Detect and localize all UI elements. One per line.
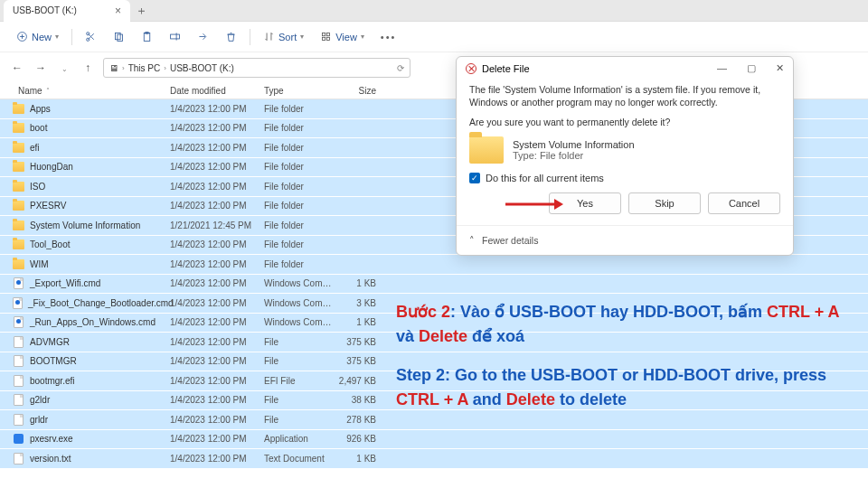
delete-circle-icon [466, 63, 476, 74]
file-name: version.txt [30, 454, 71, 464]
file-icon [14, 375, 24, 387]
folder-icon [469, 136, 504, 164]
svg-rect-10 [323, 37, 326, 40]
maximize-button[interactable]: ▢ [747, 62, 756, 74]
file-row[interactable]: version.txt1/4/2023 12:00 PMText Documen… [0, 449, 868, 469]
crumb-root[interactable]: This PC [128, 63, 161, 73]
instruction-overlay: Bước 2: Vào ổ USB-BOOT hay HDD-BOOT, bấm… [396, 300, 855, 427]
file-name: _Fix_Boot_Change_Bootloader.cmd [28, 298, 174, 308]
separator [71, 29, 72, 45]
close-button[interactable]: ✕ [776, 62, 784, 74]
skip-button[interactable]: Skip [628, 192, 701, 214]
close-tab-icon[interactable]: × [115, 5, 121, 17]
file-icon [14, 336, 24, 348]
more-button[interactable]: ••• [375, 28, 402, 46]
file-type: File [264, 415, 336, 425]
crumb-current[interactable]: USB-BOOT (K:) [170, 63, 234, 73]
cancel-button[interactable]: Cancel [708, 192, 780, 214]
file-date: 1/4/2023 12:00 PM [170, 415, 264, 425]
new-button[interactable]: New ▾ [11, 27, 64, 46]
file-date: 1/4/2023 12:00 PM [170, 239, 264, 249]
file-name: Tool_Boot [30, 239, 70, 249]
file-size: 1 KB [336, 454, 387, 464]
paste-icon [141, 31, 153, 42]
sort-icon [263, 31, 275, 42]
col-header-name[interactable]: Name ˄ [0, 86, 170, 96]
back-button[interactable]: ← [9, 61, 25, 74]
file-type: File folder [264, 162, 336, 172]
share-button[interactable] [192, 27, 214, 46]
file-date: 1/21/2021 12:45 PM [170, 221, 264, 230]
cut-icon [85, 31, 97, 42]
copy-button[interactable] [108, 27, 130, 46]
chevron-down-icon: ▾ [300, 33, 304, 41]
dialog-item-name: System Volume Information [513, 139, 635, 150]
svg-rect-8 [323, 33, 326, 35]
paste-button[interactable] [136, 27, 158, 46]
minimize-button[interactable]: — [717, 62, 727, 74]
checkbox-checked-icon[interactable]: ✓ [469, 173, 480, 183]
cut-button[interactable] [80, 27, 102, 46]
file-size: 1 KB [336, 278, 387, 288]
window-tab[interactable]: USB-BOOT (K:) × [4, 0, 130, 22]
file-name: ADVMGR [30, 337, 70, 347]
file-name: ISO [30, 182, 45, 192]
rename-icon [169, 31, 181, 42]
file-name: grldr [30, 415, 48, 425]
view-button[interactable]: View ▾ [315, 27, 370, 46]
file-type: EFI File [264, 376, 336, 386]
pc-icon: 🖥 [109, 63, 118, 73]
file-date: 1/4/2023 12:00 PM [170, 259, 264, 269]
file-date: 1/4/2023 12:00 PM [170, 143, 264, 153]
file-type: File folder [264, 182, 336, 192]
forward-button[interactable]: → [33, 61, 49, 74]
sort-button[interactable]: Sort ▾ [258, 27, 309, 46]
refresh-icon[interactable]: ⟳ [397, 63, 404, 73]
file-date: 1/4/2023 12:00 PM [170, 376, 264, 386]
col-header-type[interactable]: Type [264, 86, 336, 96]
dialog-checkbox-row[interactable]: ✓ Do this for all current items [469, 173, 780, 183]
file-type: File folder [264, 259, 336, 269]
file-date: 1/4/2023 12:00 PM [170, 317, 264, 327]
file-row[interactable]: WIM1/4/2023 12:00 PMFile folder [0, 255, 868, 275]
file-type: File folder [264, 221, 336, 230]
file-type: File folder [264, 239, 336, 249]
file-size: 926 KB [336, 434, 387, 444]
dialog-footer[interactable]: ˄ Fewer details [457, 225, 793, 255]
file-row[interactable]: pxesrv.exe1/4/2023 12:00 PMApplication92… [0, 430, 868, 450]
chevron-down-icon: ▾ [55, 33, 59, 41]
file-date: 1/4/2023 12:00 PM [170, 182, 264, 192]
folder-icon [13, 182, 24, 192]
address-bar[interactable]: 🖥 › This PC › USB-BOOT (K:) ⟳ [103, 58, 410, 78]
chevron-down-icon: ▾ [361, 33, 364, 41]
col-header-size[interactable]: Size [336, 86, 387, 96]
file-date: 1/4/2023 12:00 PM [170, 434, 264, 444]
dialog-titlebar: Delete File — ▢ ✕ [457, 57, 793, 80]
file-icon [14, 414, 24, 426]
file-size: 38 KB [336, 395, 387, 405]
col-header-date[interactable]: Date modified [170, 86, 264, 96]
rename-button[interactable] [164, 27, 186, 46]
svg-rect-5 [144, 33, 150, 41]
file-size: 375 KB [336, 337, 387, 347]
instruction-en: Step 2: Go to the USB-BOOT or HDD-BOOT d… [396, 363, 855, 412]
delete-button[interactable] [220, 27, 242, 46]
separator [250, 29, 250, 45]
view-label: View [335, 32, 357, 42]
file-size: 278 KB [336, 415, 387, 425]
file-type: File folder [264, 143, 336, 153]
svg-marker-13 [554, 199, 563, 210]
tab-title: USB-BOOT (K:) [13, 5, 77, 15]
file-type: Windows Comma... [264, 298, 336, 308]
file-date: 1/4/2023 12:00 PM [170, 337, 264, 347]
file-name: bootmgr.efi [30, 376, 74, 386]
chevron-right-icon: › [164, 64, 166, 72]
up-button[interactable]: ↑ [80, 61, 96, 74]
dialog-item-type: Type: File folder [513, 150, 635, 161]
file-icon [14, 453, 24, 465]
recent-button[interactable]: ⌄ [56, 61, 72, 74]
dialog-message-1: The file 'System Volume Information' is … [469, 83, 780, 108]
file-row[interactable]: _Export_Wifi.cmd1/4/2023 12:00 PMWindows… [0, 275, 868, 295]
cmd-file-icon [14, 277, 24, 289]
new-tab-button[interactable]: ＋ [130, 3, 152, 19]
